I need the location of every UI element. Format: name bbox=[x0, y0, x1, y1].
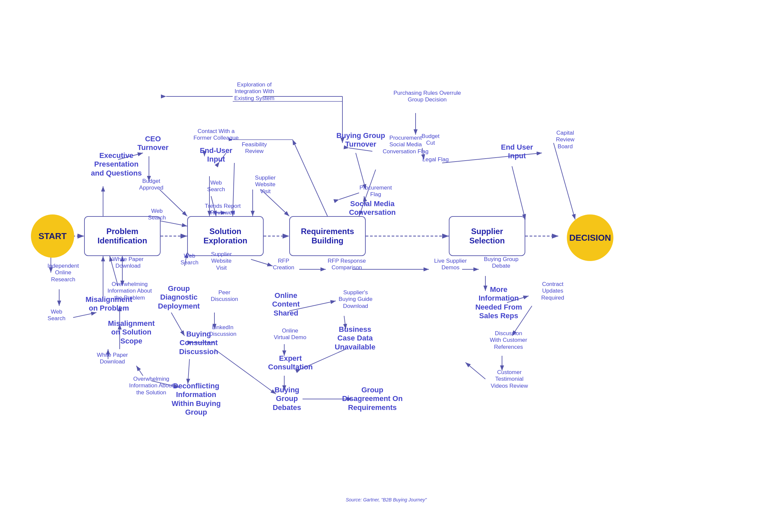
label-live-supplier-demos: Live SupplierDemos bbox=[422, 258, 479, 271]
stage-req-building: Requirements Building bbox=[289, 216, 366, 256]
stage-problem-id: Problem Identification bbox=[84, 216, 161, 256]
label-contract-updates: ContractUpdatesRequired bbox=[522, 281, 583, 301]
label-purchasing-rules: Purchasing Rules OverruleGroup Decision bbox=[382, 90, 472, 103]
label-social-media-conversation: Social MediaConversation bbox=[336, 200, 409, 217]
label-executive-presentation: ExecutivePresentationand Questions bbox=[80, 151, 153, 178]
label-supplier-website-2: SupplierWebsiteVisit bbox=[242, 175, 289, 195]
stage-solution-exp-label: Solution Exploration bbox=[191, 227, 260, 245]
svg-line-10 bbox=[73, 313, 96, 318]
label-group-disagreement: GroupDisagreement OnRequirements bbox=[336, 386, 409, 412]
stage-supplier-sel-label: Supplier Selection bbox=[453, 227, 521, 245]
label-customer-testimonial: CustomerTestimonialVideos Review bbox=[476, 369, 543, 389]
label-discussion-customer-ref: DiscussionWith CustomerReferences bbox=[476, 330, 541, 350]
svg-line-58 bbox=[554, 143, 575, 219]
decision-label: DECISION bbox=[569, 233, 611, 243]
label-budget-approved: BudgetApproved bbox=[130, 178, 173, 192]
label-online-content-shared: OnlineContentShared bbox=[253, 291, 319, 318]
label-web-search-mid: WebSearch bbox=[140, 208, 174, 221]
label-contact-colleague: Contact With aFormer Colleague bbox=[185, 128, 248, 142]
label-group-diagnostic: GroupDiagnosticDeployment bbox=[149, 284, 209, 311]
diagram-container: Problem Identification Solution Explorat… bbox=[0, 0, 760, 532]
svg-line-50 bbox=[356, 153, 366, 190]
label-suppliers-buying-guide: Supplier'sBuying GuideDownload bbox=[326, 289, 385, 310]
svg-line-37 bbox=[188, 359, 190, 384]
stage-solution-exp: Solution Exploration bbox=[187, 216, 264, 256]
label-white-paper-2: White PaperDownload bbox=[89, 352, 136, 365]
svg-line-23 bbox=[136, 366, 143, 376]
label-misalignment-solution: Misalignmenton SolutionScope bbox=[98, 319, 165, 345]
start-label: START bbox=[39, 231, 67, 241]
label-capital-review-board: CapitalReviewBoard bbox=[539, 130, 592, 150]
label-supplier-website-1: SupplierWebsiteVisit bbox=[198, 251, 245, 271]
label-feasibility-review: FeasibilityReview bbox=[228, 141, 281, 155]
label-web-search-left: WebSearch bbox=[40, 309, 73, 322]
label-rfp-creation: RFPCreation bbox=[264, 258, 304, 271]
label-web-search-top: WebSearch bbox=[199, 180, 233, 193]
label-deconflicting: DeconflictingInformationWithin BuyingGro… bbox=[163, 382, 229, 417]
label-rfp-response: RFP ResponseComparison bbox=[317, 258, 377, 271]
label-budget-cut: BudgetCut bbox=[414, 133, 447, 147]
decision-circle: DECISION bbox=[567, 214, 613, 261]
label-buying-consultant: BuyingConsultantDiscussion bbox=[168, 330, 229, 356]
label-white-paper-1: White PaperDownload bbox=[105, 256, 151, 270]
svg-line-59 bbox=[512, 166, 525, 219]
label-independent-online: IndependentOnlineResearch bbox=[37, 263, 90, 283]
stage-supplier-sel: Supplier Selection bbox=[449, 216, 525, 256]
label-legal-flag: Legal Flag bbox=[419, 156, 452, 163]
label-ceo-turnover: CEOTurnover bbox=[133, 135, 173, 152]
svg-line-68 bbox=[293, 140, 327, 216]
label-buying-group-debates: BuyingGroupDebates bbox=[259, 386, 315, 412]
label-procurement-flag: ProcurementFlag bbox=[352, 185, 399, 198]
label-online-virtual-demo: OnlineVirtual Demo bbox=[263, 328, 317, 341]
label-trends-report: Trends ReportReviewed bbox=[196, 203, 249, 216]
label-expert-consultation: ExpertConsultation bbox=[258, 354, 323, 372]
label-buying-group-debate2: Buying GroupDebate bbox=[472, 256, 530, 270]
label-business-case-data: BusinessCase DataUnavailable bbox=[322, 325, 388, 351]
stage-req-building-label: Requirements Building bbox=[293, 227, 362, 245]
label-peer-discussion: PeerDiscussion bbox=[203, 289, 246, 303]
label-exploration-integration: Exploration ofIntegration WithExisting S… bbox=[214, 81, 294, 102]
source-text: Source: Gartner, "B2B Buying Journey" bbox=[346, 497, 462, 502]
start-circle: START bbox=[31, 214, 74, 258]
stage-problem-id-label: Problem Identification bbox=[88, 227, 157, 245]
